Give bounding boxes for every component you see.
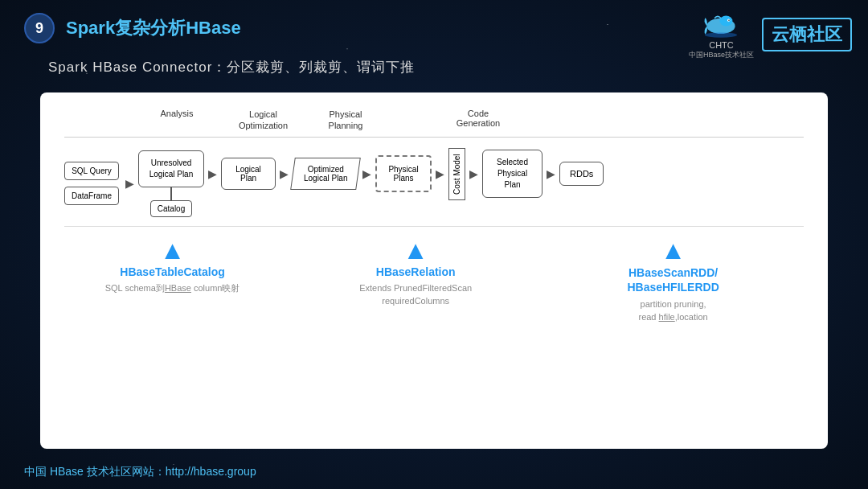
unresolved-section: UnresolvedLogical Plan Catalog	[138, 150, 204, 217]
arrow-6: ▶	[469, 167, 478, 180]
hbase-table-catalog-desc: SQL schema到HBase column映射	[105, 281, 240, 295]
arrow-up-2: ▲	[403, 237, 428, 263]
phase-labels: Analysis LogicalOptimization PhysicalPla…	[64, 109, 804, 132]
hbase-table-catalog-section: ▲ HBaseTableCatalog SQL schema到HBase col…	[72, 237, 272, 324]
hbase-relation-title: HBaseRelation	[376, 265, 456, 278]
flow-row: SQL Query DataFrame ▶ UnresolvedLogical …	[64, 148, 804, 220]
arrow-up-1: ▲	[160, 237, 186, 263]
phase-logical-opt: LogicalOptimization	[221, 109, 305, 132]
hbase-relation-section: ▲ HBaseRelation Extends PrunedFilteredSc…	[301, 237, 530, 324]
dataframe-box: DataFrame	[64, 187, 119, 205]
phase-analysis: Analysis	[133, 109, 221, 132]
arrow-3: ▶	[280, 167, 289, 180]
slide-title: Spark复杂分析HBase	[66, 16, 241, 40]
phase-physical-planning: PhysicalPlanning	[305, 109, 386, 132]
hbase-scan-rdd-section: ▲ HBaseScanRDD/HBaseHFILERDD partition p…	[559, 237, 788, 324]
hbase-relation-desc: Extends PrunedFilteredScanrequiredColumn…	[359, 281, 472, 308]
optimized-logical-plan-box: OptimizedLogical Plan	[290, 158, 361, 190]
arrow-4: ▶	[362, 167, 371, 180]
hbase-scan-rdd-desc: partition pruning,read hfile,location	[638, 298, 707, 324]
separator-line	[64, 137, 804, 138]
slide-number: 9	[24, 13, 55, 43]
full-diagram: Analysis LogicalOptimization PhysicalPla…	[64, 109, 804, 324]
catalog-box: Catalog	[150, 200, 192, 217]
arrow-2: ▶	[208, 167, 217, 199]
hbase-scan-rdd-title: HBaseScanRDD/HBaseHFILERDD	[627, 265, 719, 294]
input-column: SQL Query DataFrame	[64, 162, 119, 205]
selected-physical-plan-box: SelectedPhysicalPlan	[482, 150, 542, 198]
unresolved-logical-plan-box: UnresolvedLogical Plan	[138, 150, 204, 187]
bottom-section: ▲ HBaseTableCatalog SQL schema到HBase col…	[64, 237, 804, 324]
header: 9 Spark复杂分析HBase	[0, 0, 868, 56]
arrow-1: ▶	[125, 177, 134, 190]
diagram-container: Analysis LogicalOptimization PhysicalPla…	[40, 92, 828, 449]
phase-code-gen: CodeGeneration	[430, 109, 526, 132]
arrow-up-3: ▲	[661, 237, 686, 263]
physical-plans-box: PhysicalPlans	[375, 155, 432, 192]
vertical-line-1	[170, 187, 172, 200]
logical-plan-box: Logical Plan	[221, 158, 276, 190]
subtitle: Spark HBase Connector：分区裁剪、列裁剪、谓词下推	[48, 58, 415, 76]
rdds-box: RDDs	[559, 162, 604, 186]
sql-query-box: SQL Query	[64, 162, 119, 180]
cost-model-box: Cost Model	[448, 148, 465, 200]
footer: 中国 HBase 技术社区网站：http://hbase.group	[24, 465, 256, 479]
bottom-separator	[64, 226, 804, 227]
arrow-5: ▶	[436, 167, 444, 180]
hbase-table-catalog-title: HBaseTableCatalog	[120, 265, 224, 278]
arrow-7: ▶	[547, 167, 555, 180]
